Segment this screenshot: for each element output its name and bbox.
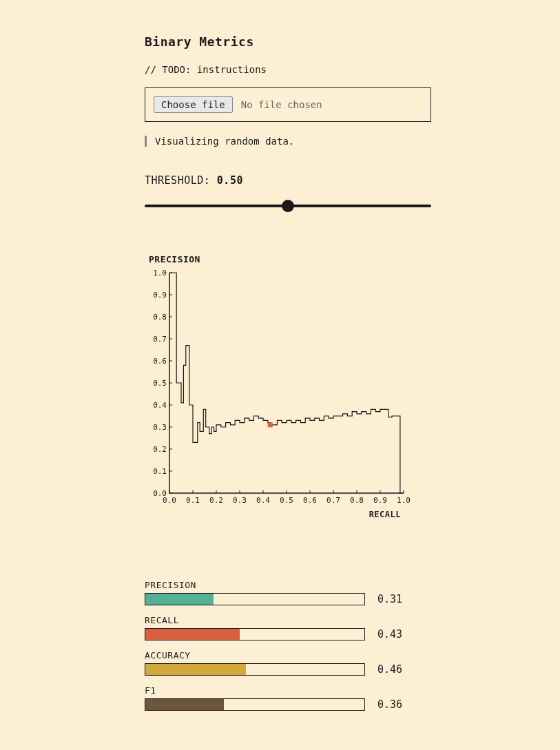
metric-name: RECALL [145, 615, 431, 625]
threshold-slider[interactable] [145, 199, 431, 213]
choose-file-button[interactable]: Choose file [154, 96, 233, 113]
y-tick: 0.9 [145, 291, 167, 300]
metric-name: F1 [145, 685, 431, 696]
x-tick: 0.8 [350, 496, 364, 505]
metric-row-recall: RECALL0.43 [145, 615, 431, 640]
metrics-panel: PRECISION0.31RECALL0.43ACCURACY0.46F10.3… [145, 580, 431, 711]
metric-value: 0.31 [377, 593, 405, 605]
x-tick: 0.4 [256, 496, 270, 505]
threshold-label-text: THRESHOLD: [145, 174, 210, 187]
info-note: Visualizing random data. [145, 136, 431, 147]
plot-area [169, 273, 404, 493]
metric-bar-fill [145, 664, 246, 675]
y-tick: 0.6 [145, 357, 167, 366]
y-tick: 0.1 [145, 467, 167, 476]
slider-thumb[interactable] [282, 200, 294, 212]
metric-bar [145, 663, 365, 676]
y-tick: 0.2 [145, 445, 167, 454]
threshold-label: THRESHOLD: 0.50 [145, 174, 431, 187]
x-tick: 0.3 [233, 496, 247, 505]
metric-row-f1: F10.36 [145, 685, 431, 711]
y-tick: 0.8 [145, 313, 167, 322]
y-tick: 0.4 [145, 401, 167, 410]
threshold-value: 0.50 [217, 174, 243, 187]
x-axis-ticks: 0.00.10.20.30.40.50.60.70.80.91.0 [169, 496, 404, 507]
y-tick: 0.7 [145, 335, 167, 344]
x-tick: 0.2 [209, 496, 223, 505]
metric-bar [145, 698, 365, 711]
y-tick: 0.3 [145, 423, 167, 432]
x-tick: 0.9 [373, 496, 387, 505]
metric-name: ACCURACY [145, 650, 431, 660]
y-tick: 0.5 [145, 379, 167, 388]
page-title: Binary Metrics [145, 34, 431, 49]
file-input-box: Choose file No file chosen [145, 87, 431, 122]
metric-name: PRECISION [145, 580, 431, 590]
precision-recall-chart: PRECISION 0.00.10.20.30.40.50.60.70.80.9… [145, 254, 431, 545]
file-status-text: No file chosen [241, 99, 322, 110]
metric-bar [145, 593, 365, 605]
metric-row-accuracy: ACCURACY0.46 [145, 650, 431, 676]
x-tick: 1.0 [397, 496, 411, 505]
metric-value: 0.43 [377, 628, 405, 640]
chart-ylabel: PRECISION [149, 254, 431, 264]
metric-bar [145, 628, 365, 640]
metric-value: 0.46 [377, 663, 405, 676]
x-tick: 0.7 [326, 496, 340, 505]
metric-value: 0.36 [377, 698, 405, 711]
metric-bar-fill [145, 594, 214, 605]
x-tick: 0.6 [303, 496, 317, 505]
chart-xlabel: RECALL [169, 510, 404, 519]
y-axis-ticks: 0.00.10.20.30.40.50.60.70.80.91.0 [145, 273, 167, 493]
y-tick: 1.0 [145, 269, 167, 278]
metric-row-precision: PRECISION0.31 [145, 580, 431, 605]
x-tick: 0.1 [186, 496, 200, 505]
metric-bar-fill [145, 699, 224, 710]
x-tick: 0.5 [280, 496, 293, 505]
metric-bar-fill [145, 629, 240, 640]
todo-note: // TODO: instructions [145, 64, 431, 75]
x-tick: 0.0 [163, 496, 176, 505]
current-point-marker [268, 422, 273, 427]
